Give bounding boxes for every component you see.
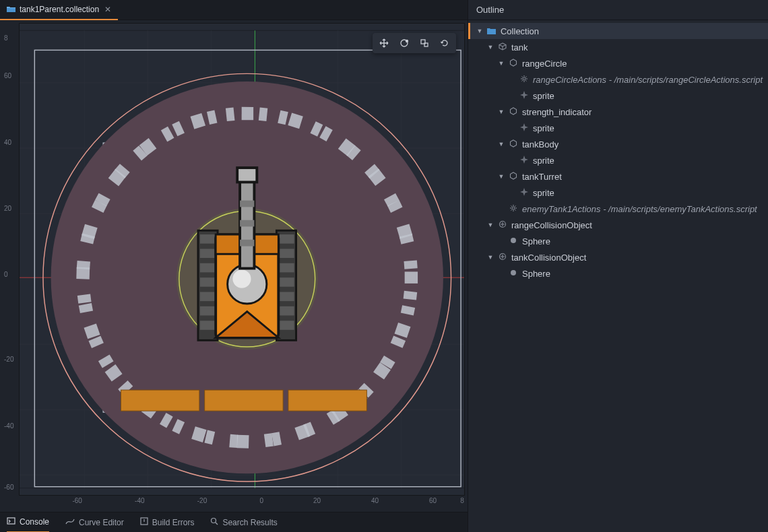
svg-rect-83 — [205, 390, 283, 411]
tree-row[interactable]: enemyTank1Actions - /main/scripts/enemyT… — [468, 201, 768, 217]
tree-label: sprite — [533, 91, 554, 101]
console-icon — [7, 517, 15, 527]
svg-rect-100 — [278, 321, 294, 330]
chevron-down-icon[interactable]: ▼ — [475, 28, 484, 34]
circle-icon — [507, 269, 519, 277]
tree-label: rangeCollisionObject — [511, 220, 592, 230]
tree-label: sprite — [533, 123, 554, 133]
collision-icon — [497, 220, 509, 230]
tree-label: rangeCircleActions - /main/scripts/range… — [533, 75, 763, 85]
tree-row[interactable]: ▼Collection — [468, 23, 768, 39]
tree-row[interactable]: sprite — [468, 185, 768, 201]
hex-icon — [507, 172, 519, 181]
svg-rect-48 — [77, 294, 92, 304]
svg-rect-82 — [121, 390, 199, 411]
tree-row[interactable]: rangeCircleActions - /main/scripts/range… — [468, 71, 768, 88]
svg-rect-64 — [242, 107, 254, 120]
chevron-down-icon[interactable]: ▼ — [486, 222, 495, 228]
svg-rect-106 — [237, 168, 257, 182]
svg-rect-50 — [77, 261, 90, 269]
tab-collection[interactable]: tank1Parent.collection ✕ — [0, 0, 118, 20]
tree-row[interactable]: ▼tankCollisionObject — [468, 249, 768, 265]
svg-rect-63 — [226, 108, 235, 122]
viewport[interactable]: -60 -40 -20 0 20 40 60 8 — [0, 20, 468, 512]
svg-point-104 — [232, 270, 251, 288]
tree-row[interactable]: sprite — [468, 88, 768, 104]
svg-point-116 — [212, 519, 216, 523]
tab-console[interactable]: Console — [7, 512, 49, 533]
hex-icon — [507, 107, 519, 117]
svg-rect-90 — [200, 277, 216, 287]
svg-rect-107 — [240, 201, 254, 207]
gear-icon — [507, 204, 519, 213]
tree-label: sprite — [533, 188, 554, 198]
svg-rect-94 — [278, 234, 294, 244]
strength-bars — [121, 390, 366, 411]
svg-rect-93 — [200, 321, 216, 330]
chevron-down-icon[interactable]: ▼ — [497, 108, 506, 115]
svg-rect-88 — [200, 248, 216, 258]
tree-label: tank — [511, 42, 528, 53]
tree-row[interactable]: ▼rangeCollisionObject — [468, 217, 768, 233]
circle-icon — [507, 237, 519, 245]
chevron-down-icon[interactable]: ▼ — [486, 44, 495, 51]
chevron-down-icon[interactable]: ▼ — [497, 60, 506, 67]
move-tool-button[interactable] — [375, 35, 393, 51]
outline-tree[interactable]: ▼Collection▼tank▼rangeCirclerangeCircleA… — [468, 20, 768, 284]
svg-rect-114 — [7, 518, 15, 524]
tree-label: Sphere — [522, 269, 550, 279]
tree-label: sprite — [533, 156, 554, 166]
search-icon — [210, 517, 218, 527]
scale-tool-button[interactable] — [415, 35, 434, 51]
svg-rect-35 — [229, 434, 238, 448]
tree-row[interactable]: ▼tank — [468, 39, 768, 55]
svg-point-120 — [511, 238, 516, 243]
svg-point-122 — [511, 270, 516, 275]
refresh-tool-button[interactable] — [435, 35, 454, 51]
svg-rect-91 — [200, 292, 216, 302]
tree-row[interactable]: ▼strength_indicator — [468, 104, 768, 120]
scene-svg — [20, 24, 464, 495]
svg-rect-87 — [200, 234, 216, 244]
svg-rect-34 — [237, 435, 249, 448]
left-panel: tank1Parent.collection ✕ -60 -40 -20 0 2… — [0, 0, 468, 532]
svg-rect-97 — [278, 277, 294, 287]
rotate-tool-button[interactable] — [395, 35, 414, 51]
chevron-down-icon[interactable]: ▼ — [486, 254, 495, 261]
tree-row[interactable]: sprite — [468, 152, 768, 168]
svg-rect-109 — [240, 240, 254, 246]
tree-label: Sphere — [522, 236, 550, 246]
axis-x: -60 -40 -20 0 20 40 60 8 — [19, 497, 465, 509]
tree-row[interactable]: ▼tankTurret — [468, 168, 768, 185]
tree-row[interactable]: Sphere — [468, 233, 768, 249]
tree-label: strength_indicator — [522, 107, 591, 117]
tab-build-errors[interactable]: Build Errors — [140, 512, 195, 533]
svg-point-111 — [406, 40, 408, 42]
bottom-tab-bar: Console Curve Editor Build Errors Search… — [0, 512, 468, 532]
tree-row[interactable]: ▼tankBody — [468, 136, 768, 152]
editor-tab-bar: tank1Parent.collection ✕ — [0, 0, 468, 20]
tab-search-results[interactable]: Search Results — [210, 512, 277, 533]
collision-icon — [497, 253, 509, 262]
tree-label: Collection — [501, 26, 539, 36]
gear-icon — [518, 75, 530, 84]
tree-row[interactable]: Sphere — [468, 265, 768, 281]
svg-rect-108 — [240, 220, 254, 227]
svg-rect-98 — [278, 292, 294, 302]
axis-y: -60 -40 -20 0 20 40 60 8 — [4, 23, 19, 496]
tree-label: tankBody — [522, 139, 558, 149]
tab-curve-editor[interactable]: Curve Editor — [65, 512, 124, 533]
accent-bar — [468, 23, 470, 39]
svg-rect-99 — [278, 306, 294, 316]
tree-row[interactable]: ▼rangeCircle — [468, 55, 768, 71]
chevron-down-icon[interactable]: ▼ — [497, 173, 506, 180]
scene-canvas[interactable] — [19, 23, 465, 496]
tree-row[interactable]: sprite — [468, 120, 768, 136]
chevron-down-icon[interactable]: ▼ — [497, 141, 506, 147]
svg-rect-65 — [259, 108, 267, 121]
svg-rect-96 — [278, 263, 294, 273]
app-root: tank1Parent.collection ✕ -60 -40 -20 0 2… — [0, 0, 768, 532]
outline-title: Outline — [468, 0, 768, 20]
close-icon[interactable]: ✕ — [104, 5, 111, 14]
tree-label: tankTurret — [522, 172, 562, 182]
